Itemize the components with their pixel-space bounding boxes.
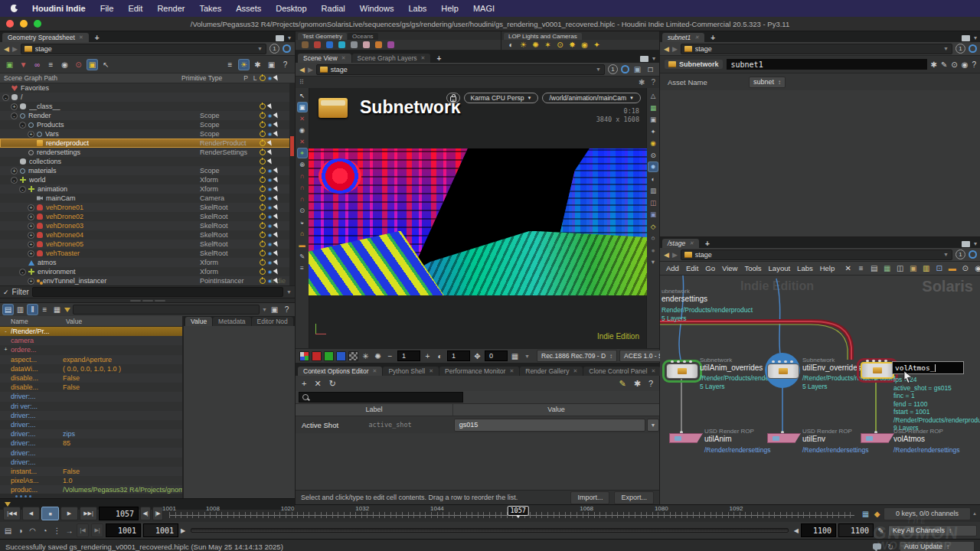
node1-name[interactable]: utilAnim_overrides <box>700 364 763 372</box>
tree-row-collections[interactable]: collections <box>0 157 295 166</box>
play-button[interactable]: ▶ <box>60 507 78 520</box>
close-tab-icon[interactable]: ✕ <box>689 240 694 246</box>
frame-ruler[interactable]: 1057 10011008102010321044106810801092 <box>169 505 854 522</box>
attr-row-driver[interactable]: driver:...85 <box>0 439 182 448</box>
option-value-arrow[interactable]: ▼ <box>647 419 659 432</box>
attr-row-instant[interactable]: instant...False <box>0 467 182 476</box>
visibility-icon[interactable]: ◉ <box>268 178 272 182</box>
tab-subnet1[interactable]: subnet1✕ <box>662 33 704 42</box>
network-pane-dd[interactable]: ▾ <box>974 240 977 247</box>
close-tab-icon[interactable]: ✕ <box>509 368 514 374</box>
params-link-badge[interactable]: 1 <box>956 44 965 54</box>
power-icon[interactable] <box>260 195 266 201</box>
visibility-icon[interactable]: ◉ <box>268 196 272 201</box>
drag-grid-icon[interactable]: ⠿ <box>299 79 305 86</box>
distant-light-icon[interactable]: ✸ <box>567 40 577 50</box>
range-end-display[interactable]: 1100 <box>838 523 874 537</box>
tree-row-vehdrone01[interactable]: +vehDrone01SkelRoot◉ <box>0 203 295 212</box>
ctx-help-icon[interactable]: ? <box>648 379 653 388</box>
rubber-toy-icon[interactable] <box>302 41 309 48</box>
power-icon[interactable] <box>260 131 266 137</box>
tab-clone-control-panel[interactable]: Clone Control Panel✕ <box>583 367 661 376</box>
frame-dec-button[interactable]: ◀| <box>140 507 151 520</box>
network-pane-menu[interactable] <box>962 241 970 247</box>
attribute-filter-input[interactable] <box>73 305 260 315</box>
tree-row-products[interactable]: -ProductsScope◉ <box>0 120 295 129</box>
tree-row-world[interactable]: -worldXform◉ <box>0 175 295 184</box>
expand-toggle[interactable]: - <box>19 269 26 276</box>
camera-net-icon[interactable]: ◉ <box>973 263 980 273</box>
tree-row-atmos[interactable]: atmosXform◉ <box>0 258 295 267</box>
squab-icon[interactable] <box>314 41 321 48</box>
info-icon[interactable]: ◉ <box>962 60 969 69</box>
power-icon[interactable] <box>260 186 266 192</box>
flag-yellow-icon[interactable]: ◇ <box>648 222 658 231</box>
realtime-clock-icon[interactable]: ◔ <box>40 526 50 536</box>
node-utilanim-overrides[interactable] <box>666 364 698 379</box>
attr-row-driver[interactable]: driver:... <box>0 392 182 401</box>
message-log-icon[interactable] <box>873 543 881 549</box>
minus-button[interactable]: − <box>385 351 395 361</box>
visibility-icon[interactable]: ◉ <box>268 205 272 210</box>
clipboard-icon[interactable]: ▤ <box>3 526 13 536</box>
menu-item-labs[interactable]: Labs <box>797 264 813 272</box>
lock-view-icon[interactable]: ▣ <box>648 115 658 124</box>
viewport[interactable]: ⠿ ✱ ? ↖▣✕◉✕✦⊕∩∩∩⊙◒⌂▬✎≡ △▦▣✦◉⊙✸◐▥◫▣◇○●▾ S… <box>296 77 659 348</box>
plus-button[interactable]: + <box>423 351 433 361</box>
point-light-icon[interactable]: ✶ <box>543 40 553 50</box>
home-view-icon[interactable]: ⌂ <box>298 229 307 238</box>
menu-item-takes[interactable]: Takes <box>199 4 221 13</box>
power-icon[interactable] <box>260 149 266 155</box>
params-back[interactable]: ◀ <box>664 45 669 53</box>
params-new-tab[interactable]: + <box>705 34 720 42</box>
ctx-label-header[interactable]: Label <box>296 404 453 416</box>
ghost-prev-button[interactable]: |◀ <box>77 523 89 537</box>
col-p[interactable]: P <box>241 74 250 82</box>
blue-channel-button[interactable] <box>336 351 346 361</box>
forward-button[interactable]: ▶ <box>12 45 18 53</box>
power-icon[interactable] <box>260 269 266 275</box>
pause-columns-icon[interactable]: ‖ <box>28 305 38 315</box>
trs-icon[interactable]: ▦ <box>52 305 62 315</box>
visibility-icon[interactable]: ◉ <box>268 168 272 173</box>
network-path-arrow[interactable]: ▼ <box>943 252 949 257</box>
power-icon[interactable] <box>260 168 266 174</box>
attr-row-pixelas[interactable]: pixelAs...1.0 <box>0 476 182 485</box>
help-icon[interactable]: ? <box>280 60 290 70</box>
tab-python-shell[interactable]: Python Shell✕ <box>383 367 439 376</box>
snapshot-icon[interactable]: ▣ <box>908 263 918 273</box>
bars-icon[interactable]: ▥ <box>648 186 658 195</box>
rendered-image[interactable] <box>309 148 647 295</box>
stop-button[interactable]: ■ <box>41 507 59 520</box>
find-icon[interactable]: ⊙ <box>960 263 970 273</box>
grid-green-icon[interactable]: ▦ <box>648 103 658 112</box>
luiz-icon[interactable] <box>363 41 370 48</box>
inspect-icon[interactable]: ⊙ <box>74 60 83 70</box>
camera-pill[interactable]: /world/animation/mainCam▼ <box>542 93 641 103</box>
tab-scene-view[interactable]: Scene View✕ <box>298 54 351 63</box>
params-pane-menu[interactable] <box>962 35 970 41</box>
tab-value[interactable]: Value <box>185 317 212 326</box>
ctx-value-header[interactable]: Value <box>453 404 659 416</box>
pane-menu-icon[interactable] <box>276 35 284 41</box>
update-refresh-icon[interactable]: ↻ <box>887 543 893 551</box>
bottom-funnel-icon[interactable] <box>5 502 11 507</box>
col-primitive-type[interactable]: Primitive Type <box>181 74 241 82</box>
visibility-icon[interactable]: ◉ <box>268 260 272 265</box>
attr-row-dri-ver[interactable]: dri ver:... <box>0 402 182 411</box>
ctx-gear-icon[interactable]: ✱ <box>634 379 641 389</box>
tree-row-materials[interactable]: +materialsScope◉ <box>0 166 295 175</box>
import-button[interactable]: Import... <box>570 491 609 504</box>
tab-stage[interactable]: /stage✕ <box>662 239 699 248</box>
tree-row-envtunnel-instancer[interactable]: +envTunnel_instancerPointInstancer◉ <box>0 276 295 285</box>
zoom-window-button[interactable] <box>34 20 41 28</box>
tree-row-class[interactable]: +__class__ <box>0 102 295 111</box>
node-rename-input[interactable]: volAtmos_ <box>892 361 964 374</box>
karma-light-icon[interactable]: ✦ <box>592 40 602 50</box>
tree-scrollbar[interactable] <box>289 83 295 285</box>
wrench-icon[interactable]: ✕ <box>843 263 853 273</box>
tree-row-animation[interactable]: -animationXform◉ <box>0 184 295 194</box>
power-icon[interactable] <box>260 103 266 109</box>
snap-1-icon[interactable]: ∩ <box>298 171 307 181</box>
ctx-search-input[interactable] <box>299 392 463 403</box>
